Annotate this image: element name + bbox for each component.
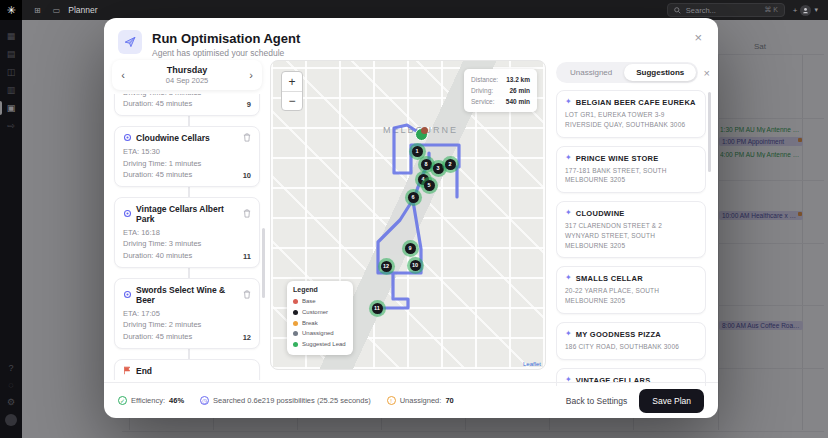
stop-order-badge: 9	[247, 100, 251, 109]
suggestion-address: 20-22 YARRA PLACE, SOUTH MELBOURNE 3205	[565, 286, 697, 306]
stop-card[interactable]: ETA: 14:44 Driving Time: 3 minutes Durat…	[114, 94, 260, 116]
map-attribution[interactable]: Leaflet	[523, 361, 541, 367]
legend-item: Break	[293, 318, 347, 329]
prev-day-button[interactable]: ‹	[112, 69, 134, 81]
avatar[interactable]	[800, 5, 811, 16]
suggestion-address: LOT GR1, EUREKA TOWER 3-9 RIVERSIDE QUAY…	[565, 110, 697, 130]
searched-stat: ◷ Searched 0.6e219 possibilities (25.25 …	[200, 396, 371, 405]
stop-driving-time: Driving Time: 1 minutes	[123, 158, 251, 170]
selected-day-label: Thursday	[134, 65, 240, 75]
stop-name: Cloudwine Cellars	[136, 133, 239, 143]
base-dot-icon	[293, 299, 298, 304]
customer-marker-3[interactable]: 3	[433, 163, 444, 174]
date-navigator: ‹ Thursday 04 Sep 2025 ›	[112, 60, 262, 90]
run-optimisation-agent-modal: Run Optimisation Agent Agent has optimis…	[104, 18, 718, 418]
user-menu[interactable]: + ▾	[793, 5, 818, 16]
chevron-down-icon: ▾	[814, 6, 818, 14]
customer-marker-11[interactable]: 11	[372, 303, 383, 314]
suggestion-card[interactable]: ✦PRINCE WINE STORE 177-181 BANK STREET, …	[556, 146, 706, 194]
customer-marker-9[interactable]: 9	[405, 243, 416, 254]
trash-icon[interactable]	[243, 209, 251, 218]
stop-eta: ETA: 15:30	[123, 146, 251, 158]
stop-card[interactable]: Cloudwine Cellars ETA: 15:30 Driving Tim…	[114, 126, 260, 187]
customer-marker-8[interactable]: 8	[421, 159, 432, 170]
suggestions-list[interactable]: ✦BELGIAN BEER CAFE EUREKA LOT GR1, EUREK…	[556, 90, 706, 386]
sparkle-icon: ✦	[565, 98, 572, 106]
zoom-in-button[interactable]: +	[282, 72, 302, 91]
unassigned-stat: ! Unassigned:70	[387, 396, 454, 405]
trash-icon[interactable]	[243, 290, 251, 299]
suggestion-address: 186 CITY ROAD, SOUTHBANK 3006	[565, 342, 697, 352]
suggestion-card[interactable]: ✦BELGIAN BEER CAFE EUREKA LOT GR1, EUREK…	[556, 90, 706, 138]
agent-icon-badge	[118, 30, 142, 54]
next-day-button[interactable]: ›	[240, 69, 262, 81]
sparkle-icon: ✦	[565, 274, 572, 282]
save-plan-button[interactable]: Save Plan	[639, 389, 704, 413]
calendar-nav-icon[interactable]: ▭	[53, 6, 61, 15]
unassigned-value: 70	[445, 396, 453, 405]
distance-label: Distance:	[471, 74, 498, 85]
efficiency-value: 46%	[169, 396, 184, 405]
stop-card[interactable]: Swords Select Wine & Beer ETA: 17:05 Dri…	[114, 278, 260, 349]
stop-order-badge: 12	[243, 333, 251, 342]
unassigned-dot-icon	[293, 331, 298, 336]
close-icon[interactable]: ×	[694, 30, 702, 45]
paper-plane-icon	[124, 36, 136, 48]
zoom-out-button[interactable]: −	[282, 91, 302, 110]
person-icon	[802, 7, 809, 14]
base-marker[interactable]	[415, 128, 428, 141]
suggestion-name: BELGIAN BEER CAFE EUREKA	[576, 98, 696, 107]
customer-marker-5[interactable]: 5	[424, 180, 435, 191]
location-pin-icon	[123, 133, 132, 142]
stop-card[interactable]: Vintage Cellars Albert Park ETA: 16:18 D…	[114, 197, 260, 268]
stop-list-scrollbar[interactable]	[262, 228, 265, 298]
location-pin-icon	[123, 209, 132, 218]
stop-card-end[interactable]: End ETA: 17:56 Driving Time: 6 minutes D…	[114, 359, 260, 381]
suggestions-scrollbar[interactable]	[708, 92, 711, 172]
grid-menu-icon[interactable]: ⊞	[34, 6, 41, 15]
service-value: 540 min	[506, 96, 530, 107]
legend-item: Unassigned	[293, 328, 347, 339]
suggestion-address: 177-181 BANK STREET, SOUTH MELBOURNE 320…	[565, 166, 697, 186]
customer-dot-icon	[293, 310, 298, 315]
customer-marker-10[interactable]: 10	[410, 260, 421, 271]
modal-footer: ✓ Efficiency:46% ◷ Searched 0.6e219 poss…	[104, 382, 718, 418]
tab-suggestions[interactable]: Suggestions	[624, 64, 696, 81]
break-dot-icon	[293, 321, 298, 326]
search-input[interactable]: Search... ⌘ K	[667, 3, 785, 17]
suggestion-card[interactable]: ✦SMALLS CELLAR 20-22 YARRA PLACE, SOUTH …	[556, 266, 706, 314]
sparkle-icon: ✦	[565, 330, 572, 338]
sparkle-icon: ✦	[565, 209, 572, 217]
back-to-settings-button[interactable]: Back to Settings	[566, 396, 627, 406]
top-app-bar: ✳ ⊞ ▭ Planner Search... ⌘ K + ▾	[0, 0, 828, 20]
customer-marker-1[interactable]: 1	[412, 146, 423, 157]
selected-date-label: 04 Sep 2025	[134, 76, 240, 85]
suggestion-card[interactable]: ✦MY GOODNESS PIZZA 186 CITY ROAD, SOUTHB…	[556, 322, 706, 360]
modal-subtitle: Agent has optimised your schedule	[152, 48, 284, 58]
route-map[interactable]: + − Distance:13.2 km Driving:26 min Serv…	[270, 60, 546, 370]
trash-icon[interactable]	[243, 133, 251, 142]
suggestion-name: MY GOODNESS PIZZA	[576, 330, 661, 339]
stop-driving-time: Driving Time: 3 minutes	[123, 238, 251, 250]
tab-unassigned[interactable]: Unassigned	[558, 64, 624, 81]
modal-title: Run Optimisation Agent	[152, 31, 300, 46]
stop-duration: Duration: 45 minutes	[123, 169, 251, 181]
route-stats-box: Distance:13.2 km Driving:26 min Service:…	[464, 69, 537, 112]
search-icon	[674, 7, 681, 14]
location-pin-icon	[123, 290, 132, 299]
suggestion-card[interactable]: ✦CLOUDWINE 317 CLARENDON STREET & 2 WYNY…	[556, 201, 706, 258]
clock-icon: ◷	[200, 396, 209, 405]
stop-duration: Duration: 45 minutes	[123, 331, 251, 343]
sparkle-icon: ✦	[565, 154, 572, 162]
stop-list[interactable]: ETA: 14:44 Driving Time: 3 minutes Durat…	[112, 94, 266, 380]
search-shortcut: ⌘ K	[764, 6, 778, 14]
legend-title: Legend	[293, 286, 347, 293]
stop-duration: Duration: 45 minutes	[123, 98, 251, 110]
suggestion-name: PRINCE WINE STORE	[576, 154, 659, 163]
customer-marker-6[interactable]: 6	[408, 192, 419, 203]
customer-marker-2[interactable]: 2	[445, 159, 456, 170]
customer-marker-12[interactable]: 12	[381, 261, 392, 272]
app-logo[interactable]: ✳	[0, 0, 22, 20]
panel-close-icon[interactable]: ×	[704, 67, 710, 79]
stop-eta: ETA: 17:56	[123, 379, 251, 381]
